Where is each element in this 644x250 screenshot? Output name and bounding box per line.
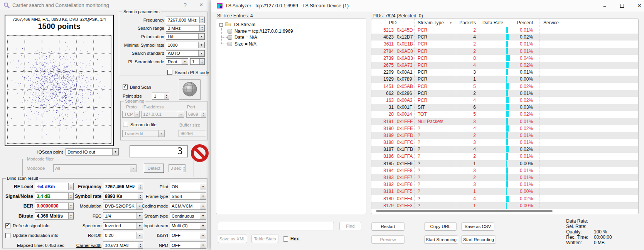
table-row[interactable]: 310x001FSIT60.03%: [371, 104, 638, 111]
table-row[interactable]: 81880x1FFC?30.01%: [371, 139, 638, 146]
issyi-field[interactable]: OFF▼: [170, 232, 206, 239]
table-row[interactable]: 14510x05ABPCR50.02%: [371, 83, 638, 90]
preview-button[interactable]: Preview: [371, 235, 405, 244]
dropdown-arrow-icon[interactable]: ▼: [198, 51, 204, 56]
spinner[interactable]: ▲▼: [164, 93, 169, 99]
tree-item-root[interactable]: TS Stream: [216, 22, 366, 28]
pilot-field[interactable]: ON▼: [170, 183, 206, 190]
table-row[interactable]: 1630x00A3PCR40.02%: [371, 97, 638, 104]
table-stats-button[interactable]: Table Stats: [251, 235, 278, 243]
table-row[interactable]: 81870x1FFB?40.02%: [371, 146, 638, 153]
close-icon[interactable]: ✕: [632, 0, 644, 12]
table-row[interactable]: 81910x1FFFNull Packets30.01%: [371, 118, 638, 125]
minimal-symbol-rate-field[interactable]: 1000▼: [166, 42, 205, 48]
pl-scramble-code-value-stepper[interactable]: 1▲▼: [190, 58, 205, 65]
table-row[interactable]: 19290x0789PCR10.00%: [371, 76, 638, 83]
pl-scramble-code-dropdown[interactable]: Root▼: [166, 58, 188, 65]
table-row[interactable]: 27840x0AE0PCR20.01%: [371, 48, 638, 55]
npd-field[interactable]: OFF▼: [170, 242, 206, 249]
horizontal-scrollbar-thumb[interactable]: [376, 210, 553, 212]
column-header-percent[interactable]: Percent: [506, 19, 539, 27]
hex-checkbox[interactable]: [283, 236, 288, 242]
dropdown-arrow-icon[interactable]: ▼: [112, 149, 118, 155]
save-as-xml-button[interactable]: Save as XML: [218, 235, 247, 243]
table-row[interactable]: 81830x1FF7?20.01%: [371, 174, 638, 181]
modcode-dropdown[interactable]: All▼: [53, 164, 137, 172]
table-row[interactable]: 22090x08A1PCR30.01%: [371, 69, 638, 76]
help-button[interactable]: ?: [180, 1, 191, 9]
dropdown-arrow-icon[interactable]: ▼: [135, 111, 139, 117]
column-header-data-rate[interactable]: Data Rate: [479, 19, 506, 27]
polarization-field[interactable]: H/L▼: [166, 33, 205, 40]
buffer-size-field[interactable]: 96256: [179, 130, 206, 137]
close-icon[interactable]: ×: [196, 1, 207, 9]
table-row[interactable]: 81850x1FF9?10.00%: [371, 160, 638, 167]
table-row[interactable]: 81840x1FF8?30.01%: [371, 167, 638, 174]
search-standard-field[interactable]: AUTO▼: [166, 50, 205, 57]
blind-scan-checkbox[interactable]: [123, 84, 128, 90]
dropdown-arrow-icon[interactable]: ▼: [200, 183, 206, 190]
copy-url-button[interactable]: Copy URL: [424, 222, 457, 231]
dropdown-arrow-icon[interactable]: ▼: [200, 242, 206, 248]
dropdown-arrow-icon[interactable]: ▼: [198, 34, 204, 39]
table-row[interactable]: 81820x1FF6?30.01%: [371, 181, 638, 188]
column-header-stream-type[interactable]: Stream Type▼: [415, 19, 456, 27]
table-row[interactable]: 36110x0E1BPCR20.01%: [371, 41, 638, 47]
table-row[interactable]: 81800x1FF4?40.02%: [371, 195, 638, 202]
ip-address-dropdown[interactable]: 127.0.0.1▼: [141, 111, 184, 118]
stream-to-file-checkbox[interactable]: [123, 122, 128, 127]
minimize-icon[interactable]: –: [597, 0, 612, 12]
restart-button[interactable]: Restart: [371, 222, 405, 231]
save-as-csv-button[interactable]: Save as CSV: [461, 222, 494, 231]
maximize-icon[interactable]: [614, 0, 630, 12]
find-input[interactable]: [218, 222, 334, 230]
start-streaming-button[interactable]: Start Streaming: [424, 235, 458, 244]
table-row[interactable]: 81860x1FFA?20.01%: [371, 153, 638, 160]
iqscan-point-dropdown[interactable]: Demod IQ out▼: [66, 148, 119, 155]
table-row[interactable]: 48230x12D7PCR40.02%: [371, 34, 638, 41]
dropdown-arrow-icon[interactable]: ▼: [200, 232, 206, 239]
column-header-pid[interactable]: PID: [371, 19, 415, 27]
tree-item[interactable]: Size = N/A: [216, 41, 366, 47]
dropdown-arrow-icon[interactable]: ▼: [158, 130, 164, 137]
find-button[interactable]: Find: [339, 222, 361, 230]
spinner[interactable]: ▲▼: [183, 165, 185, 172]
spinner[interactable]: ▲▼: [201, 111, 206, 117]
port-stepper[interactable]: 6969▲▼: [186, 111, 206, 118]
collapse-icon[interactable]: [219, 23, 223, 27]
input-stream-field[interactable]: Multi (0)▼: [170, 222, 206, 230]
update-modulation-info-checkbox[interactable]: [5, 233, 10, 238]
tree-item[interactable]: Name = tcp://127.0.0.1:6969: [216, 28, 366, 35]
tree-item[interactable]: Date = N/A: [216, 34, 366, 41]
satellite-search-button[interactable]: [179, 79, 201, 100]
search-pls-checkbox-row[interactable]: Search PLS code: [167, 70, 209, 75]
search-pls-checkbox[interactable]: [167, 70, 172, 75]
dropdown-arrow-icon[interactable]: ▼: [130, 165, 136, 172]
dropdown-arrow-icon[interactable]: ▼: [200, 213, 206, 219]
spinner[interactable]: ▲▼: [199, 25, 204, 31]
dropdown-arrow-icon[interactable]: ▼: [200, 223, 206, 229]
detect-interval-stepper[interactable]: 3 sec▲▼: [169, 164, 185, 172]
frame-type-field[interactable]: Short▼: [170, 193, 206, 200]
table-row[interactable]: 27390x0AB3PCR80.04%: [371, 55, 638, 62]
detect-button[interactable]: Detect: [144, 164, 164, 173]
table-row[interactable]: 81810x1FF5?10.00%: [371, 188, 638, 195]
proto-dropdown[interactable]: TCP▼: [122, 111, 140, 118]
dropdown-arrow-icon[interactable]: ▼: [200, 193, 206, 199]
dropdown-arrow-icon[interactable]: ▼: [182, 59, 188, 64]
hex-checkbox-row[interactable]: Hex: [283, 236, 299, 242]
writer-dropdown[interactable]: TransEdit▼: [122, 130, 165, 137]
table-row[interactable]: 81900x1FFE?40.02%: [371, 125, 638, 132]
table-row[interactable]: 52130x145DPCR20.01%: [371, 27, 638, 34]
refresh-signal-info-checkbox[interactable]: [5, 223, 10, 228]
table-row[interactable]: 81790x1FF3?10.00%: [371, 202, 638, 209]
point-size-stepper[interactable]: 1 ▲▼: [152, 93, 169, 100]
table-row[interactable]: 200x0014TOT50.02%: [371, 111, 638, 118]
coding-mode-field[interactable]: ACM/VCM▼: [170, 203, 206, 210]
table-row[interactable]: 81890x1FFD?20.01%: [371, 132, 638, 139]
dropdown-arrow-icon[interactable]: ▼: [200, 203, 206, 209]
blind-scan-row[interactable]: Blind Scan: [123, 84, 151, 90]
column-header-packets[interactable]: Packets: [456, 19, 479, 27]
dropdown-arrow-icon[interactable]: ▼: [198, 42, 204, 48]
spinner[interactable]: ▲▼: [199, 59, 204, 64]
